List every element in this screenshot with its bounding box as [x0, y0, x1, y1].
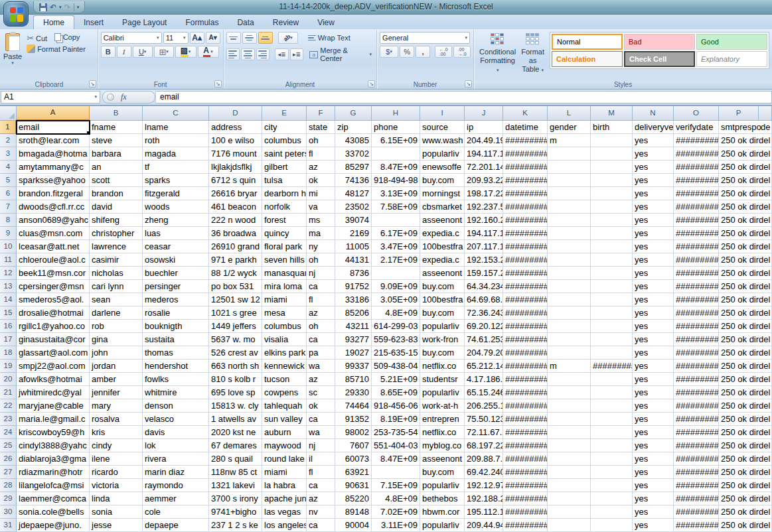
cell-F21[interactable]: sc	[307, 386, 335, 399]
cell-O23[interactable]: #########	[674, 413, 719, 426]
cell-C7[interactable]: woods	[143, 200, 209, 214]
cell-E31[interactable]: los angeles	[262, 519, 307, 532]
cell-E22[interactable]: tahlequah	[262, 399, 307, 413]
cell-K19[interactable]: #########	[503, 360, 548, 373]
tab-home[interactable]: Home	[33, 15, 74, 29]
cell-H25[interactable]: 551-404-03	[372, 439, 420, 452]
cell-E12[interactable]: manasquan	[262, 267, 307, 280]
cell-E17[interactable]: visalia	[262, 333, 307, 346]
row-header-19[interactable]: 19	[0, 360, 17, 373]
bottom-align-button[interactable]	[258, 32, 273, 44]
cell-B14[interactable]: sean	[90, 293, 143, 306]
cell-J24[interactable]: 72.11.67.2	[465, 426, 503, 439]
cell-G10[interactable]: 11005	[335, 240, 372, 253]
cell-D4[interactable]: lkjlakjdsflkj	[209, 161, 262, 174]
font-size-select[interactable]: 11▾	[163, 32, 189, 44]
cell-G14[interactable]: 33186	[335, 293, 372, 306]
cell-J4[interactable]: 72.201.144	[465, 161, 503, 174]
cell-D25[interactable]: 67 demares	[209, 439, 262, 452]
column-header-B[interactable]: B	[90, 106, 143, 121]
cell-J12[interactable]: 159.157.24	[465, 267, 503, 280]
cell-L21[interactable]	[548, 386, 591, 399]
row-header-18[interactable]: 18	[0, 346, 17, 360]
cell-K6[interactable]: #########	[503, 187, 548, 200]
cell-A15[interactable]: drosalie@hotmai	[17, 306, 90, 320]
cell-K28[interactable]: #########	[503, 479, 548, 492]
cell-M25[interactable]	[591, 439, 633, 452]
cell-D18[interactable]: 526 crest av	[209, 346, 262, 360]
cell-J25[interactable]: 68.197.226	[465, 439, 503, 452]
cell-N29[interactable]: yes	[633, 492, 674, 505]
underline-button[interactable]: U▾	[133, 46, 153, 58]
cell-J26[interactable]: 209.88.7.2	[465, 452, 503, 466]
cell-P2[interactable]: 250 ok dirdel	[719, 134, 759, 147]
cell-O4[interactable]: #########	[674, 161, 719, 174]
cell-G31[interactable]: 90004	[335, 519, 372, 532]
cell-H29[interactable]: 4.8E+09	[372, 492, 420, 505]
cell-C8[interactable]: zheng	[143, 214, 209, 227]
row-header-8[interactable]: 8	[0, 214, 17, 227]
cell-D24[interactable]: 2020 kst ne	[209, 426, 262, 439]
cell-G3[interactable]: 33702	[335, 147, 372, 161]
cell-O11[interactable]: #########	[674, 253, 719, 267]
cell-K12[interactable]: #########	[503, 267, 548, 280]
cell-E4[interactable]: gilbert	[262, 161, 307, 174]
cell-G24[interactable]: 98002	[335, 426, 372, 439]
cell-C1[interactable]: lname	[143, 121, 209, 134]
format-as-table-button[interactable]: Format as Table ▾	[518, 32, 547, 76]
cell-D28[interactable]: 1321 lakevi	[209, 479, 262, 492]
cell-M18[interactable]	[591, 346, 633, 360]
cell-H30[interactable]: 7.02E+09	[372, 505, 420, 519]
cell-M31[interactable]	[591, 519, 633, 532]
cell-E9[interactable]: quincy	[262, 227, 307, 240]
cell-J2[interactable]: 204.49.194	[465, 134, 503, 147]
cell-P9[interactable]: 250 ok dirdel	[719, 227, 759, 240]
cell-C24[interactable]: davis	[143, 426, 209, 439]
cell-H1[interactable]: phone	[372, 121, 420, 134]
wrap-text-button[interactable]: Wrap Text	[306, 33, 352, 43]
cell-A29[interactable]: laemmer@comca	[17, 492, 90, 505]
cell-A28[interactable]: lilangelofca@msi	[17, 479, 90, 492]
cell-M14[interactable]	[591, 293, 633, 306]
redo-icon[interactable]: ↷	[64, 3, 71, 11]
column-header-L[interactable]: L	[548, 106, 591, 121]
cell-C19[interactable]: hendershot	[143, 360, 209, 373]
cell-E21[interactable]: cowpens	[262, 386, 307, 399]
row-header-1[interactable]: 1	[0, 121, 17, 134]
cell-J7[interactable]: 192.237.53	[465, 200, 503, 214]
cell-G15[interactable]: 85206	[335, 306, 372, 320]
cell-A20[interactable]: afowlks@hotmai	[17, 373, 90, 386]
cell-M22[interactable]	[591, 399, 633, 413]
style-normal[interactable]: Normal	[552, 34, 623, 50]
cell-O8[interactable]: #########	[674, 214, 719, 227]
cell-E10[interactable]: floral park	[262, 240, 307, 253]
cell-C26[interactable]: rivera	[143, 452, 209, 466]
row-header-17[interactable]: 17	[0, 333, 17, 346]
cell-J14[interactable]: 64.69.68.7	[465, 293, 503, 306]
cell-G26[interactable]: 60073	[335, 452, 372, 466]
cell-D31[interactable]: 237 1 2 s ke	[209, 519, 262, 532]
cell-P1[interactable]: smtprespo	[719, 121, 759, 134]
cell-A22[interactable]: maryjane@cable	[17, 399, 90, 413]
cell-G4[interactable]: 85297	[335, 161, 372, 174]
cell-B13[interactable]: cari lynn	[90, 280, 143, 293]
cell-B8[interactable]: shifeng	[90, 214, 143, 227]
cell-N24[interactable]: yes	[633, 426, 674, 439]
cell-K29[interactable]: #########	[503, 492, 548, 505]
cell-F6[interactable]: mi	[307, 187, 335, 200]
cell-E5[interactable]: tulsa	[262, 174, 307, 187]
cell-J9[interactable]: 194.117.11	[465, 227, 503, 240]
cell-P24[interactable]: 250 ok dirdel	[719, 426, 759, 439]
column-header-F[interactable]: F	[307, 106, 335, 121]
cell-P7[interactable]: 250 ok dirdel	[719, 200, 759, 214]
cell-G23[interactable]: 91352	[335, 413, 372, 426]
style-calculation[interactable]: Calculation	[552, 51, 623, 67]
cell-N27[interactable]: yes	[633, 466, 674, 479]
cell-F18[interactable]: pa	[307, 346, 335, 360]
cell-K17[interactable]: #########	[503, 333, 548, 346]
cell-C25[interactable]: lok	[143, 439, 209, 452]
cell-C11[interactable]: osowski	[143, 253, 209, 267]
cell-A27[interactable]: rdiazmarin@hotr	[17, 466, 90, 479]
cell-I31[interactable]: popularliv	[420, 519, 465, 532]
increase-indent-button[interactable]: ▸≣	[290, 48, 304, 60]
